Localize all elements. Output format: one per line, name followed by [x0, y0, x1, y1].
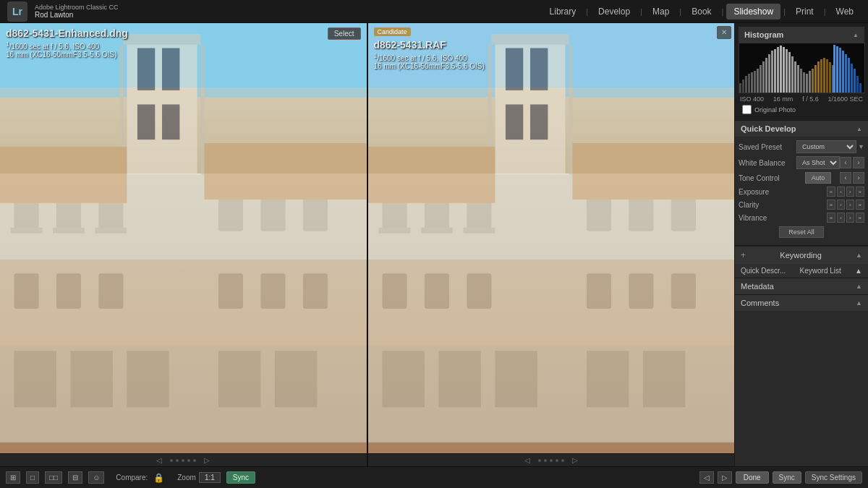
view-survey-btn[interactable]: ⊟ [68, 471, 82, 484]
reset-all-button[interactable]: Reset All [779, 226, 824, 238]
vib-left[interactable]: ‹ [837, 213, 845, 223]
right-pane-dots [538, 459, 564, 462]
tone-control-label: Tone Control [739, 174, 796, 182]
svg-rect-6 [123, 34, 200, 45]
svg-rect-46 [629, 196, 653, 231]
compare-images-row: d862-5431-Enhanced.dng 1/1600 sec at f /… [0, 23, 734, 466]
svg-rect-103 [823, 58, 825, 93]
done-button[interactable]: Done [736, 471, 769, 484]
metadata-arrow: ▲ [856, 283, 862, 290]
view-loupe-btn[interactable]: □ [26, 471, 39, 484]
svg-rect-104 [826, 59, 828, 93]
saved-preset-select[interactable]: Custom [796, 140, 856, 153]
nav-book[interactable]: Book [684, 4, 718, 20]
view-people-btn[interactable]: ☺ [88, 471, 104, 484]
exposure-row: Exposure « ‹ › » [739, 187, 864, 197]
clarity-label: Clarity [739, 201, 796, 209]
nav-slideshow[interactable]: Slideshow [726, 4, 780, 20]
main-sync-button[interactable]: Sync [773, 471, 801, 484]
left-photo-area: d862-5431-Enhanced.dng 1/1600 sec at f /… [0, 23, 367, 453]
original-photo-checkbox[interactable] [742, 105, 752, 114]
svg-rect-63 [642, 351, 684, 407]
tone-auto-btn[interactable]: Auto [805, 172, 832, 184]
vib-dbl-left[interactable]: « [827, 213, 835, 223]
svg-rect-70 [757, 69, 759, 93]
bottom-bar: ⊞ □ □□ ⊟ ☺ Compare: 🔒 Zoom 1:1 Sync ◁ ▷ … [0, 466, 868, 488]
clar-dbl-left[interactable]: « [827, 200, 835, 210]
left-pane-prev[interactable]: ◁ [154, 456, 164, 464]
svg-rect-3 [162, 48, 179, 90]
vib-dbl-right[interactable]: » [856, 213, 864, 223]
nav-next-btn[interactable]: ▷ [718, 471, 732, 484]
clar-dbl-right[interactable]: » [856, 200, 864, 210]
svg-rect-95 [800, 69, 802, 93]
svg-rect-102 [820, 59, 822, 93]
exp-right[interactable]: › [846, 187, 854, 197]
nav-map[interactable]: Map [645, 4, 676, 20]
nav-web[interactable]: Web [829, 4, 861, 20]
right-pane-next[interactable]: ▷ [570, 456, 580, 464]
wb-arrow-right[interactable]: › [853, 157, 864, 168]
exp-left[interactable]: ‹ [837, 187, 845, 197]
tone-arrows: ‹ › [840, 172, 864, 184]
svg-rect-79 [783, 47, 785, 93]
left-pane-bottom-bar: ◁ ▷ [0, 453, 367, 466]
nav-library[interactable]: Library [542, 4, 584, 20]
vibrance-row: Vibrance « ‹ › » [739, 213, 864, 223]
zoom-value: 1:1 [199, 472, 221, 483]
hist-focal: 16 mm [773, 95, 793, 103]
svg-rect-82 [791, 56, 793, 93]
white-balance-row: White Balance As Shot ‹ › [739, 156, 864, 169]
left-pane-next[interactable]: ▷ [202, 456, 212, 464]
exp-dbl-left[interactable]: « [827, 187, 835, 197]
svg-rect-98 [809, 71, 811, 93]
nav-develop[interactable]: Develop [591, 4, 637, 20]
comments-row[interactable]: Comments ▲ [735, 294, 868, 311]
svg-rect-68 [751, 72, 753, 93]
clarity-sliders: « ‹ › » [827, 200, 864, 210]
right-pane-close[interactable]: ✕ [717, 26, 731, 39]
svg-rect-66 [745, 76, 747, 93]
svg-rect-58 [572, 143, 734, 200]
app-user: Rod Lawton [35, 11, 119, 19]
vib-right[interactable]: › [846, 213, 854, 223]
wb-arrow-left[interactable]: ‹ [840, 157, 851, 168]
svg-rect-48 [378, 228, 410, 234]
sync-settings-button[interactable]: Sync Settings [805, 471, 862, 484]
right-photo-svg [368, 23, 735, 453]
nav-print[interactable]: Print [788, 4, 821, 20]
keyword-list-arrow: ▲ [855, 267, 862, 275]
svg-rect-29 [127, 351, 169, 407]
left-image-pane: d862-5431-Enhanced.dng 1/1600 sec at f /… [0, 23, 368, 466]
clar-right[interactable]: › [846, 200, 854, 210]
quick-develop-header[interactable]: Quick Develop ▲ [735, 121, 868, 137]
hist-shutter: 1/1600 SEC [827, 95, 863, 103]
svg-rect-34 [505, 48, 522, 90]
white-balance-select[interactable]: As Shot [796, 156, 840, 169]
svg-rect-97 [806, 74, 808, 93]
view-grid-btn[interactable]: ⊞ [6, 471, 20, 484]
select-button[interactable]: Select [328, 27, 361, 40]
exp-dbl-right[interactable]: » [856, 187, 864, 197]
keywording-row[interactable]: + Keywording ▲ [735, 246, 868, 264]
sync-button[interactable]: Sync [226, 471, 255, 484]
svg-rect-81 [788, 52, 791, 93]
view-compare-btn[interactable]: □□ [45, 471, 62, 484]
svg-rect-74 [768, 54, 770, 93]
svg-rect-13 [218, 196, 243, 231]
svg-rect-65 [742, 80, 744, 93]
tone-arrow-right[interactable]: › [853, 172, 864, 184]
right-controls: ◁ ▷ Done Sync Sync Settings [699, 471, 862, 484]
svg-rect-35 [530, 48, 548, 90]
candidate-badge: Candidate [374, 27, 411, 36]
svg-rect-17 [53, 228, 85, 234]
svg-rect-101 [817, 61, 820, 93]
svg-rect-96 [803, 72, 805, 93]
tone-arrow-left[interactable]: ‹ [840, 172, 851, 184]
nav-prev-btn[interactable]: ◁ [699, 471, 714, 484]
histogram-header[interactable]: Histogram ▲ [739, 27, 864, 43]
svg-rect-84 [797, 65, 799, 93]
metadata-row[interactable]: Metadata ▲ [735, 278, 868, 294]
clar-left[interactable]: ‹ [837, 200, 845, 210]
right-pane-prev[interactable]: ◁ [522, 456, 532, 464]
